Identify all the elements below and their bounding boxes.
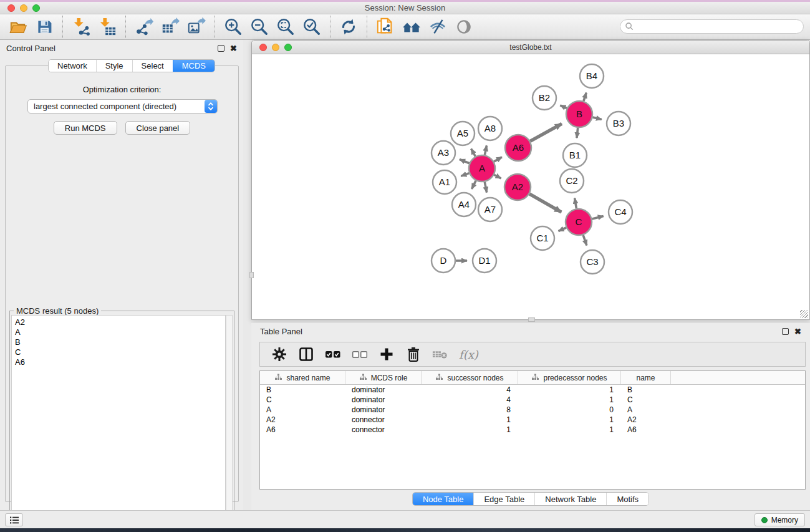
graph-edge-A-A1[interactable]: [461, 173, 469, 177]
column-header-shared-name[interactable]: shared name: [260, 371, 345, 384]
graph-edge-A-A7[interactable]: [485, 182, 486, 193]
open-file-icon[interactable]: [7, 17, 29, 37]
cell-shared-name[interactable]: A: [260, 405, 345, 414]
function-builder-icon[interactable]: f(x): [459, 348, 478, 361]
cell-successor-nodes[interactable]: 4: [422, 385, 518, 394]
graph-node-B1[interactable]: B1: [563, 143, 587, 167]
graph-edge-C-C2[interactable]: [575, 198, 577, 209]
column-header-MCDS-role[interactable]: MCDS role: [345, 371, 422, 384]
table-row[interactable]: A6connector11A6: [260, 425, 805, 435]
graph-edge-A-A6[interactable]: [494, 157, 502, 162]
network-graph[interactable]: B4B2BB3A8A5A6A3B1AA1C2A2A4A7C4CC1DD1C3: [253, 54, 809, 319]
graph-node-B3[interactable]: B3: [607, 112, 630, 135]
close-table-panel-icon[interactable]: ✖: [794, 328, 801, 335]
graph-edge-B-B1[interactable]: [577, 128, 578, 138]
graph-node-A6[interactable]: A6: [505, 135, 531, 161]
table-row[interactable]: Adominator80A: [260, 405, 805, 415]
zoom-fit-icon[interactable]: [275, 17, 296, 37]
cell-MCDS-role[interactable]: connector: [345, 415, 422, 424]
mcds-result-list[interactable]: A2ABCA6: [11, 315, 226, 520]
window-resize-grip[interactable]: [800, 310, 808, 318]
graph-node-C2[interactable]: C2: [560, 169, 584, 193]
memory-button[interactable]: Memory: [755, 513, 805, 526]
save-icon[interactable]: [34, 17, 55, 37]
graph-node-B[interactable]: B: [566, 101, 592, 127]
add-icon[interactable]: [378, 346, 395, 362]
graph-edge-C-C3[interactable]: [583, 235, 587, 246]
splitter-grip-left[interactable]: [249, 272, 254, 278]
graph-edge-A-A4[interactable]: [472, 181, 476, 189]
float-panel-icon[interactable]: [218, 45, 224, 52]
splitter-grip-bottom[interactable]: [528, 317, 535, 322]
import-network-icon[interactable]: [70, 17, 92, 37]
graph-node-B2[interactable]: B2: [533, 86, 556, 110]
duplicate-network-icon[interactable]: [375, 17, 396, 37]
export-image-icon[interactable]: [186, 17, 207, 37]
export-network-icon[interactable]: [133, 17, 155, 37]
import-table-icon[interactable]: [97, 17, 118, 37]
tab-edge-table[interactable]: Edge Table: [473, 493, 534, 505]
column-header-predecessor-nodes[interactable]: predecessor nodes: [518, 371, 621, 384]
cell-successor-nodes[interactable]: 1: [422, 425, 518, 434]
cell-name[interactable]: A6: [621, 425, 671, 434]
columns-icon[interactable]: [298, 346, 314, 362]
cell-predecessor-nodes[interactable]: 1: [518, 385, 621, 394]
cell-MCDS-role[interactable]: dominator: [345, 405, 422, 414]
mcds-result-item[interactable]: A: [15, 327, 225, 337]
cell-shared-name[interactable]: C: [260, 395, 345, 404]
graph-edge-C-C1[interactable]: [559, 228, 566, 231]
cell-successor-nodes[interactable]: 8: [422, 405, 518, 414]
graph-node-C4[interactable]: C4: [609, 200, 632, 224]
cell-name[interactable]: A2: [621, 415, 671, 424]
graph-edge-A2-C[interactable]: [529, 194, 561, 212]
tab-mcds[interactable]: MCDS: [173, 60, 215, 72]
cell-name[interactable]: A: [621, 405, 671, 414]
graph-node-A8[interactable]: A8: [478, 117, 502, 140]
graph-edge-B-B4[interactable]: [584, 93, 586, 101]
trash-icon[interactable]: [405, 346, 422, 362]
graph-node-A[interactable]: A: [469, 155, 495, 181]
result-scrollbar[interactable]: [226, 315, 233, 520]
cell-MCDS-role[interactable]: dominator: [345, 385, 422, 394]
table-row[interactable]: A2connector11A2: [260, 415, 805, 425]
graph-node-A2[interactable]: A2: [504, 174, 531, 200]
graph-edge-A-A5[interactable]: [471, 148, 476, 156]
cell-predecessor-nodes[interactable]: 1: [518, 395, 621, 404]
show-details-icon[interactable]: [453, 17, 475, 37]
tab-node-table[interactable]: Node Table: [413, 493, 474, 505]
graph-node-C1[interactable]: C1: [531, 226, 554, 250]
table-row[interactable]: Cdominator41C: [260, 395, 805, 405]
graph-edge-A6-B[interactable]: [530, 123, 562, 141]
close-panel-icon[interactable]: ✖: [230, 45, 237, 52]
cell-shared-name[interactable]: A6: [260, 425, 345, 434]
cell-MCDS-role[interactable]: dominator: [345, 395, 422, 404]
network-window-titlebar[interactable]: testGlobe.txt: [252, 41, 809, 54]
hide-details-icon[interactable]: [427, 17, 448, 37]
graph-edge-B-B2[interactable]: [560, 105, 567, 109]
cell-predecessor-nodes[interactable]: 1: [518, 425, 621, 434]
cell-predecessor-nodes[interactable]: 0: [518, 405, 621, 414]
graph-node-D[interactable]: D: [432, 249, 455, 273]
graph-node-C3[interactable]: C3: [581, 250, 604, 274]
graph-edge-A-A2[interactable]: [494, 175, 501, 178]
home-icon[interactable]: [401, 17, 422, 37]
graph-edge-A-A3[interactable]: [460, 159, 470, 163]
close-panel-button[interactable]: Close panel: [125, 121, 191, 135]
mcds-result-item[interactable]: C: [15, 347, 225, 357]
select-all-icon[interactable]: [325, 346, 341, 362]
gear-icon[interactable]: [271, 346, 287, 362]
search-input[interactable]: [620, 19, 804, 34]
mcds-result-item[interactable]: B: [15, 337, 225, 347]
tab-select[interactable]: Select: [132, 60, 173, 72]
network-canvas[interactable]: B4B2BB3A8A5A6A3B1AA1C2A2A4A7C4CC1DD1C3: [253, 54, 809, 319]
column-header-successor-nodes[interactable]: successor nodes: [422, 371, 518, 384]
graph-edge-B-B3[interactable]: [592, 117, 601, 119]
zoom-out-icon[interactable]: [249, 17, 270, 37]
float-table-panel-icon[interactable]: [782, 328, 789, 335]
deselect-all-icon[interactable]: [352, 346, 368, 362]
cell-successor-nodes[interactable]: 4: [422, 395, 518, 404]
tab-network-table[interactable]: Network Table: [534, 493, 606, 505]
graph-edge-C-C4[interactable]: [592, 216, 603, 219]
criterion-dropdown[interactable]: largest connected component (directed): [27, 99, 218, 114]
tab-network[interactable]: Network: [49, 60, 96, 72]
